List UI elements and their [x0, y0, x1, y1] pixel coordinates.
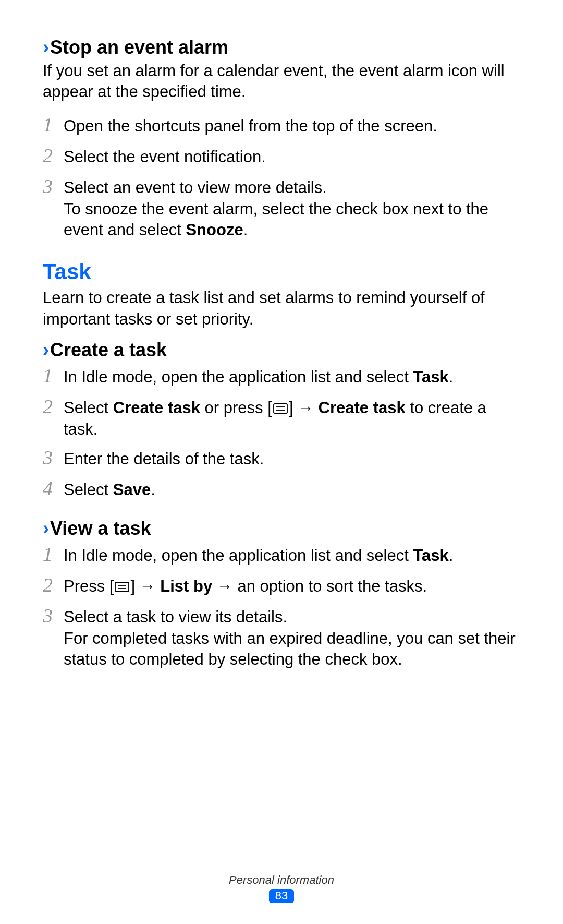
- steps-create-task: 1 In Idle mode, open the application lis…: [43, 363, 520, 502]
- step-line: Select a task to view its details.: [64, 608, 287, 626]
- step-number: 1: [43, 363, 64, 389]
- step-item: 2 Press [] → List by → an option to sort…: [43, 572, 520, 598]
- text-part: .: [449, 368, 454, 386]
- step-line-pre: To snooze the event alarm, select the ch…: [64, 200, 488, 239]
- text-part: ] →: [130, 577, 160, 595]
- text-part: Press [: [64, 577, 114, 595]
- text-bold: Task: [413, 546, 448, 565]
- step-text: Select Save.: [64, 479, 520, 500]
- text-bold: List by: [160, 577, 212, 595]
- heading-text: Stop an event alarm: [50, 37, 228, 58]
- step-number: 3: [43, 174, 64, 199]
- footer-section-label: Personal information: [0, 873, 563, 887]
- step-item: 1 In Idle mode, open the application lis…: [43, 542, 520, 567]
- step-number: 1: [43, 542, 64, 567]
- step-item: 4 Select Save.: [43, 476, 520, 501]
- text-part: .: [151, 481, 155, 499]
- text-bold: Create task: [319, 399, 406, 417]
- step-item: 2 Select the event notification.: [43, 143, 520, 169]
- heading-text: View a task: [50, 518, 151, 539]
- step-text: In Idle mode, open the application list …: [64, 545, 520, 566]
- steps-stop-alarm: 1 Open the shortcuts panel from the top …: [43, 112, 520, 241]
- step-item: 1 In Idle mode, open the application lis…: [43, 363, 520, 389]
- subsection-heading-create-task: ›Create a task: [43, 339, 520, 361]
- page-footer: Personal information 83: [0, 873, 563, 903]
- menu-key-icon: [273, 403, 288, 414]
- heading-text: Create a task: [50, 339, 167, 361]
- step-text: Press [] → List by → an option to sort t…: [64, 576, 520, 597]
- step-number: 2: [43, 143, 64, 169]
- svg-rect-0: [274, 404, 287, 413]
- step-item: 3 Enter the details of the task.: [43, 445, 520, 471]
- subsection-heading-stop-alarm: ›Stop an event alarm: [43, 37, 520, 58]
- chevron-icon: ›: [43, 518, 49, 539]
- step-text: Select a task to view its details. For c…: [64, 607, 520, 670]
- step-item: 1 Open the shortcuts panel from the top …: [43, 112, 520, 138]
- step-number: 2: [43, 394, 64, 419]
- text-part: or press [: [200, 399, 272, 417]
- step-number: 4: [43, 476, 64, 501]
- step-line: For completed tasks with an expired dead…: [64, 629, 516, 668]
- text-part: Select: [64, 399, 113, 417]
- step-text: Open the shortcuts panel from the top of…: [64, 116, 520, 137]
- text-bold: Save: [113, 481, 151, 499]
- step-number: 2: [43, 572, 64, 598]
- step-text: Select the event notification.: [64, 147, 520, 167]
- step-line: Select an event to view more details.: [64, 178, 327, 197]
- chevron-icon: ›: [43, 37, 49, 58]
- subsection-heading-view-task: ›View a task: [43, 518, 520, 539]
- text-part: → an option to sort the tasks.: [212, 577, 427, 595]
- step-number: 3: [43, 603, 64, 629]
- text-bold: Create task: [113, 399, 200, 417]
- svg-rect-3: [115, 582, 129, 592]
- chevron-icon: ›: [43, 339, 49, 361]
- intro-paragraph: If you set an alarm for a calendar event…: [43, 61, 520, 103]
- menu-key-icon: [115, 582, 129, 592]
- step-item: 2 Select Create task or press [] → Creat…: [43, 394, 520, 440]
- section-heading-task: Task: [43, 259, 520, 284]
- step-number: 1: [43, 112, 64, 138]
- step-number: 3: [43, 445, 64, 471]
- text-part: Select: [64, 481, 113, 499]
- step-text: Enter the details of the task.: [64, 449, 520, 470]
- page-number-badge: 83: [269, 889, 294, 903]
- step-text: In Idle mode, open the application list …: [64, 367, 520, 388]
- text-part: In Idle mode, open the application list …: [64, 546, 413, 565]
- text-bold: Task: [413, 368, 448, 386]
- step-line-post: .: [243, 221, 248, 239]
- step-text: Select an event to view more details. To…: [64, 177, 520, 241]
- text-part: In Idle mode, open the application list …: [64, 368, 413, 386]
- step-line-bold: Snooze: [186, 221, 243, 239]
- text-part: .: [449, 546, 454, 565]
- step-item: 3 Select a task to view its details. For…: [43, 603, 520, 670]
- step-item: 3 Select an event to view more details. …: [43, 174, 520, 241]
- step-text: Select Create task or press [] → Create …: [64, 398, 520, 440]
- intro-paragraph: Learn to create a task list and set alar…: [43, 287, 520, 330]
- text-part: ] →: [289, 399, 319, 417]
- steps-view-task: 1 In Idle mode, open the application lis…: [43, 542, 520, 670]
